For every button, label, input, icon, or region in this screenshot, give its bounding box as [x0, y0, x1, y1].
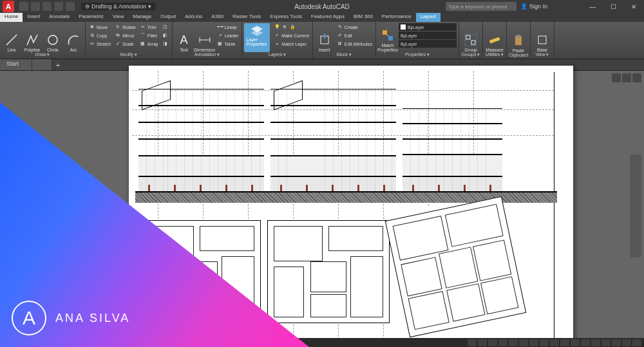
panel-clipboard-label[interactable]: Clipboard — [509, 53, 528, 57]
move-button[interactable]: ✥Move — [88, 23, 112, 31]
tab-home[interactable]: Home — [0, 13, 23, 22]
table-button[interactable]: ▦Table — [216, 40, 240, 48]
insert-button[interactable]: Insert — [315, 23, 334, 52]
maximize-button[interactable]: ☐ — [603, 0, 623, 13]
tab-layout[interactable]: Layout — [416, 13, 440, 22]
status-clean[interactable] — [622, 339, 631, 346]
panel-modify-label[interactable]: Modify ▾ — [88, 52, 170, 57]
status-units[interactable] — [612, 339, 621, 346]
create-block-button[interactable]: ✎Create — [336, 23, 374, 31]
qat-undo-icon[interactable] — [54, 2, 63, 11]
panel-layers-label[interactable]: Layers ▾ — [244, 52, 310, 57]
status-cycling[interactable] — [571, 339, 580, 346]
measure-button[interactable]: Measure — [485, 23, 504, 52]
status-snap[interactable] — [488, 339, 497, 346]
tab-output[interactable]: Output — [156, 13, 180, 22]
dimension-button[interactable]: Dimension — [195, 23, 214, 52]
paste-button[interactable]: Paste — [509, 23, 528, 53]
status-otrack[interactable] — [529, 339, 538, 346]
tab-annotate[interactable]: Annotate — [44, 13, 74, 22]
status-workspace[interactable] — [591, 339, 600, 346]
layer-properties-button[interactable]: Layer Properties — [244, 23, 270, 52]
make-current-button[interactable]: ✓Make Current — [272, 32, 310, 39]
panel-groups-label[interactable]: Groups ▾ — [461, 52, 480, 57]
rotate-button[interactable]: ↻Rotate — [113, 23, 137, 31]
panel-annotation-label[interactable]: Annotation ▾ — [175, 52, 240, 57]
tab-parametric[interactable]: Parametric — [74, 13, 108, 22]
trim-button[interactable]: ✂Trim — [138, 23, 160, 31]
lineweight-select[interactable]: ByLayer — [399, 32, 457, 39]
status-annomonitor[interactable] — [601, 339, 611, 346]
leader-button[interactable]: ↗Leader — [216, 32, 240, 39]
mirror-button[interactable]: ⇋Mirror — [113, 32, 137, 39]
vp-minimize[interactable] — [612, 73, 621, 82]
line-button[interactable]: Line — [2, 23, 21, 52]
scale-button[interactable]: ⤢Scale — [113, 40, 137, 48]
filetab-drawing[interactable] — [32, 59, 52, 70]
filetab-add-button[interactable]: + — [52, 59, 64, 70]
signin-button[interactable]: 👤 Sign In — [520, 3, 547, 10]
status-grid[interactable] — [478, 339, 487, 346]
qat-redo-icon[interactable] — [66, 2, 75, 11]
close-button[interactable]: ✕ — [623, 0, 644, 13]
qat-new-icon[interactable] — [19, 2, 28, 11]
status-transparency[interactable] — [550, 339, 559, 346]
status-qp[interactable] — [560, 339, 569, 346]
panel-view-label[interactable]: View ▾ — [533, 52, 552, 57]
tab-raster[interactable]: Raster Tools — [228, 13, 265, 22]
circle-button[interactable]: Circle — [43, 23, 62, 52]
layer-state1[interactable]: 💡❄🔒 — [272, 23, 310, 31]
match-props-button[interactable]: Match Properties — [378, 23, 397, 52]
panel-block-label[interactable]: Block ▾ — [315, 52, 374, 57]
vp-maximize[interactable] — [622, 73, 631, 82]
status-annoscale[interactable] — [581, 339, 590, 346]
base-button[interactable]: Base — [533, 23, 552, 52]
modify-extra3[interactable]: ◨ — [161, 40, 170, 48]
polyline-button[interactable]: Polyline — [23, 23, 42, 52]
match-layer-button[interactable]: ≡Match Layer — [272, 40, 310, 48]
array-button[interactable]: ▦Array — [138, 40, 160, 48]
tab-performance[interactable]: Performance — [377, 13, 416, 22]
fillet-button[interactable]: ⌒Fillet — [138, 32, 160, 39]
qat-save-icon[interactable] — [43, 2, 52, 11]
tab-express[interactable]: Express Tools — [265, 13, 307, 22]
tab-view[interactable]: View — [108, 13, 128, 22]
copy-button[interactable]: ⧉Copy — [88, 32, 112, 39]
status-polar[interactable] — [509, 339, 518, 346]
edit-block-button[interactable]: ✐Edit — [336, 32, 374, 39]
drawing-canvas[interactable] — [0, 71, 644, 338]
search-input[interactable]: Type a keyword or phrase — [446, 2, 516, 11]
status-osnap[interactable] — [519, 339, 528, 346]
app-logo[interactable]: A — [3, 1, 14, 12]
navigation-bar[interactable] — [630, 155, 641, 258]
stretch-button[interactable]: ⇔Stretch — [88, 40, 112, 48]
linear-button[interactable]: ⟷Linear — [216, 23, 240, 31]
tab-insert[interactable]: Insert — [23, 13, 44, 22]
group-button[interactable]: Group — [461, 23, 480, 52]
building-section-1 — [138, 89, 264, 195]
tab-bim360[interactable]: BIM 360 — [349, 13, 377, 22]
status-lwt[interactable] — [540, 339, 549, 346]
minimize-button[interactable]: — — [582, 0, 603, 13]
text-button[interactable]: AText — [175, 23, 194, 52]
tab-featured[interactable]: Featured Apps — [307, 13, 349, 22]
modify-extra2[interactable]: ◧ — [161, 32, 170, 39]
panel-utilities-label[interactable]: Utilities ▾ — [485, 52, 504, 57]
status-ortho[interactable] — [498, 339, 507, 346]
edit-attrs-button[interactable]: ⌘Edit Attributes — [336, 40, 374, 48]
tab-manage[interactable]: Manage — [128, 13, 156, 22]
linetype-select[interactable]: ByLayer — [399, 40, 457, 48]
color-select[interactable]: ByLayer — [399, 23, 457, 31]
status-customize[interactable] — [632, 339, 641, 346]
tab-a360[interactable]: A360 — [207, 13, 228, 22]
panel-properties-label[interactable]: Properties ▾ — [378, 52, 457, 57]
tab-addins[interactable]: Add-ins — [180, 13, 207, 22]
vp-close[interactable] — [632, 73, 641, 82]
filetab-start[interactable]: Start — [0, 59, 32, 70]
panel-draw-label[interactable]: Draw ▾ — [2, 52, 83, 57]
modify-extra1[interactable]: ◫ — [161, 23, 170, 31]
status-model[interactable] — [468, 339, 477, 346]
workspace-selector[interactable]: ⚙ Drafting & Annotation ▾ — [81, 3, 155, 10]
qat-open-icon[interactable] — [31, 2, 40, 11]
arc-button[interactable]: Arc — [64, 23, 83, 52]
